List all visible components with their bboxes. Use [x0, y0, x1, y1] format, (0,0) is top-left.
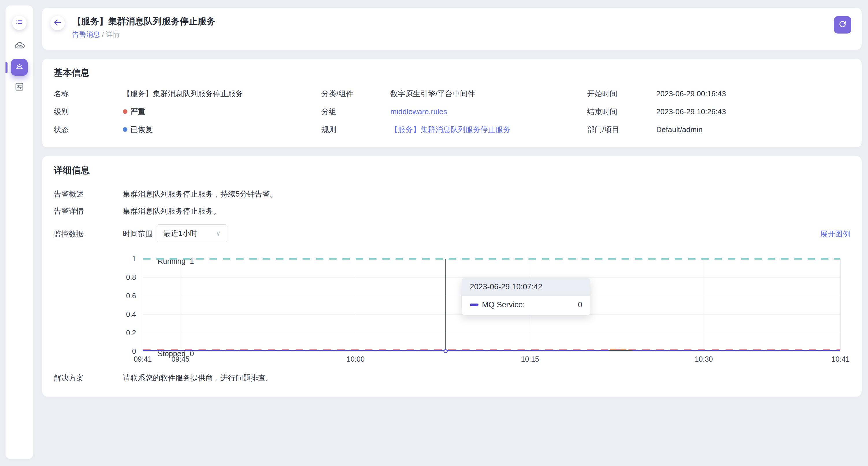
status-dot-icon [123, 109, 127, 114]
breadcrumb-current: 详情 [106, 30, 120, 38]
solution-value: 请联系您的软件服务提供商，进行问题排查。 [123, 373, 273, 383]
info-field-label: 规则 [321, 125, 391, 135]
info-field-value: 严重 [123, 107, 145, 117]
info-field-label: 级别 [54, 107, 123, 117]
info-field-link[interactable]: 【服务】集群消息队列服务停止服务 [391, 125, 510, 135]
info-field-label: 分组 [321, 107, 391, 117]
info-field-value: 2023-06-29 10:26:43 [656, 107, 726, 116]
info-field-label: 结束时间 [587, 107, 656, 117]
info-field-value: 已恢复 [123, 125, 153, 135]
x-axis-tick-label: 10:30 [694, 355, 713, 363]
sidebar-item-monitoring[interactable] [13, 40, 25, 52]
info-field: 级别严重 [54, 103, 321, 121]
x-axis-tick-label: 10:15 [521, 355, 539, 363]
running-threshold-line [143, 258, 840, 260]
info-field-label: 分类/组件 [321, 89, 391, 99]
info-field-text: 2023-06-29 00:16:43 [656, 89, 726, 98]
x-axis-tick-label: 10:41 [832, 355, 850, 363]
status-chart: Running 1 Stopped 0 2023-06-29 10:07:42 … [42, 156, 862, 397]
info-field: 分组middleware.rules [321, 103, 587, 121]
series-color-swatch [470, 303, 478, 306]
alarm-icon [14, 62, 25, 73]
y-gridline [143, 351, 840, 352]
refresh-icon [838, 20, 847, 30]
tooltip-series-row: MQ Service: 0 [462, 296, 590, 315]
info-field: 部门/项目Default/admin [587, 121, 850, 139]
y-gridline [143, 333, 840, 333]
y-axis-tick-label: 0.6 [42, 292, 136, 300]
page-title: 【服务】集群消息队列服务停止服务 [72, 15, 216, 27]
x-axis-tick-label: 10:00 [346, 355, 365, 363]
info-field-text: Default/admin [656, 125, 703, 134]
x-gridline [704, 259, 704, 351]
x-gridline [181, 259, 181, 351]
solution-label: 解决方案 [54, 373, 123, 383]
y-axis-tick-label: 0.4 [42, 310, 136, 319]
info-field-label: 开始时间 [587, 89, 656, 99]
info-field-text: 已恢复 [130, 125, 153, 135]
info-field: 规则【服务】集群消息队列服务停止服务 [321, 121, 587, 139]
info-field: 分类/组件数字原生引擎/平台中间件 [321, 85, 587, 103]
chart-tooltip: 2023-06-29 10:07:42 MQ Service: 0 [462, 278, 590, 315]
y-axis-tick-label: 0 [42, 347, 136, 356]
info-field-value[interactable]: 【服务】集群消息队列服务停止服务 [391, 125, 510, 135]
info-field-label: 部门/项目 [587, 125, 656, 135]
y-gridline [143, 277, 840, 278]
basic-info-card: 基本信息 名称【服务】集群消息队列服务停止服务级别严重状态已恢复分类/组件数字原… [42, 59, 862, 147]
info-field-link[interactable]: middleware.rules [391, 107, 447, 116]
info-field: 开始时间2023-06-29 00:16:43 [587, 85, 850, 103]
sidebar-item-rules[interactable] [13, 82, 25, 93]
breadcrumb-separator: / [100, 30, 106, 38]
page-header: 【服务】集群消息队列服务停止服务 告警消息 / 详情 [42, 8, 862, 50]
info-field-text: 2023-06-29 10:26:43 [656, 107, 726, 116]
arrow-left-icon [53, 18, 62, 28]
info-field: 状态已恢复 [54, 121, 321, 139]
info-field: 名称【服务】集群消息队列服务停止服务 [54, 85, 321, 103]
sidebar-item-alerts[interactable] [11, 59, 28, 76]
y-axis-tick-label: 1 [42, 255, 136, 263]
sliders-icon [14, 82, 25, 93]
info-field-label: 状态 [54, 125, 123, 135]
x-axis-tick-label: 09:41 [134, 355, 152, 363]
y-axis-tick-label: 0.2 [42, 329, 136, 337]
info-field-value: Default/admin [656, 125, 703, 134]
chart-crosshair [445, 259, 446, 352]
info-field-text: 数字原生引擎/平台中间件 [391, 89, 475, 99]
chart-plot-area[interactable]: 2023-06-29 10:07:42 MQ Service: 0 [143, 259, 841, 351]
basic-info-grid: 名称【服务】集群消息队列服务停止服务级别严重状态已恢复分类/组件数字原生引擎/平… [54, 85, 850, 139]
breadcrumb-link-alerts[interactable]: 告警消息 [72, 30, 100, 38]
refresh-button[interactable] [834, 16, 851, 33]
sidebar-collapse-button[interactable] [12, 16, 27, 30]
active-nav-indicator [5, 62, 7, 73]
y-axis-tick-label: 0.8 [42, 273, 136, 282]
info-field-value: 【服务】集群消息队列服务停止服务 [123, 89, 243, 99]
hover-point-marker [443, 349, 447, 353]
breadcrumb: 告警消息 / 详情 [72, 30, 120, 39]
info-field-value: 数字原生引擎/平台中间件 [391, 89, 475, 99]
mq-service-line [143, 350, 840, 351]
info-field-text: 严重 [130, 107, 145, 117]
series-overlap-segment [609, 350, 632, 351]
sidebar [5, 5, 33, 459]
info-field: 结束时间2023-06-29 10:26:43 [587, 103, 850, 121]
tooltip-series-value: 0 [578, 300, 582, 309]
solution-row: 解决方案 请联系您的软件服务提供商，进行问题排查。 [54, 373, 850, 383]
status-dot-icon [123, 127, 127, 132]
detail-card: 详细信息 告警概述 集群消息队列服务停止服务，持续5分钟告警。 告警详情 集群消… [42, 156, 862, 397]
basic-info-title: 基本信息 [54, 67, 90, 79]
tooltip-series-label: MQ Service: [482, 300, 525, 309]
info-field-label: 名称 [54, 89, 123, 99]
menu-toggle-icon [15, 18, 24, 28]
cloud-chart-icon [14, 40, 25, 52]
info-field-value: 2023-06-29 00:16:43 [656, 89, 726, 98]
tooltip-timestamp: 2023-06-29 10:07:42 [462, 278, 590, 296]
back-button[interactable] [50, 16, 65, 30]
series-overlap-segment [610, 349, 631, 350]
info-field-text: 【服务】集群消息队列服务停止服务 [123, 89, 243, 99]
info-field-value[interactable]: middleware.rules [391, 107, 447, 116]
x-axis-tick-label: 09:45 [172, 355, 190, 363]
